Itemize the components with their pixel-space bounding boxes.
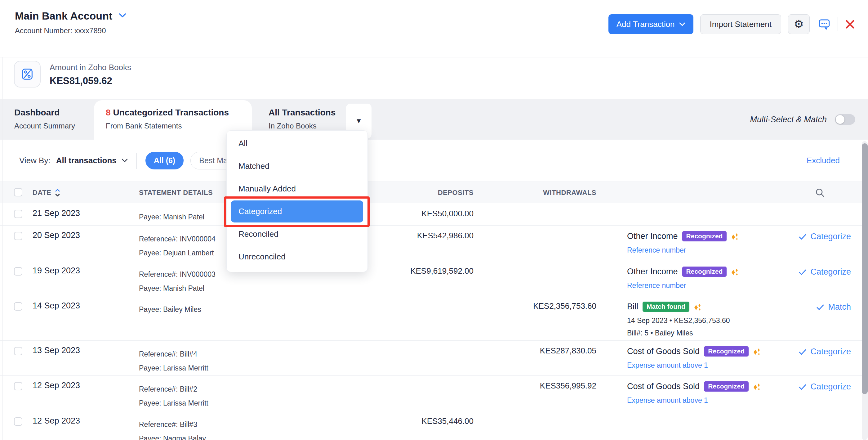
column-header-statement-details: STATEMENT DETAILS bbox=[139, 182, 213, 204]
row-category-title: Other Income bbox=[627, 232, 678, 241]
tab-dashboard-title: Dashboard bbox=[14, 108, 75, 118]
view-by-label: View By: bbox=[19, 156, 51, 166]
row-statement-details: Payee: Manish Patel bbox=[139, 210, 204, 224]
row-status: Bill Match found 14 Sep 2023 • KES2,356,… bbox=[627, 300, 807, 339]
tab-all-transactions[interactable]: All Transactions In Zoho Books bbox=[269, 108, 336, 130]
dropdown-item-label: Matched bbox=[239, 162, 270, 171]
row-checkbox[interactable] bbox=[14, 210, 22, 218]
row-status: Cost of Goods Sold Recognized Expense am… bbox=[627, 345, 807, 372]
dropdown-item[interactable]: Unreconciled bbox=[227, 245, 368, 268]
row-date: 20 Sep 2023 bbox=[33, 231, 80, 240]
row-checkbox[interactable] bbox=[14, 267, 22, 275]
row-date: 21 Sep 2023 bbox=[33, 208, 80, 218]
status-sublines: Reference number bbox=[627, 244, 807, 256]
page-title: Main Bank Account bbox=[15, 10, 112, 22]
check-icon bbox=[799, 269, 807, 275]
status-link[interactable]: Reference number bbox=[627, 279, 807, 292]
tab-uncategorized-title: 8Uncategorized Transactions bbox=[106, 108, 252, 118]
status-badge: Recognized bbox=[704, 381, 749, 391]
row-withdrawal-amount: KES287,830.05 bbox=[471, 346, 596, 356]
account-number: Account Number: xxxx7890 bbox=[15, 26, 126, 35]
row-deposit-amount: KES9,619,592.00 bbox=[356, 266, 473, 276]
table-row[interactable]: 19 Sep 2023 Reference#: INV000003Payee: … bbox=[0, 261, 868, 296]
feedback-chat-icon[interactable] bbox=[818, 18, 831, 31]
status-link[interactable]: Expense amount above 1 bbox=[627, 359, 807, 372]
status-link[interactable]: Reference number bbox=[627, 244, 807, 256]
filter-pill-all[interactable]: All (6) bbox=[146, 152, 184, 169]
status-sublines: Expense amount above 1 bbox=[627, 359, 807, 372]
row-statement-details: Payee: Bailey Miles bbox=[139, 302, 201, 317]
row-category-title: Other Income bbox=[627, 267, 678, 276]
tab-all-subtitle: In Zoho Books bbox=[269, 122, 336, 130]
row-date: 19 Sep 2023 bbox=[33, 266, 80, 275]
row-action-link[interactable]: Categorize bbox=[799, 267, 851, 277]
chevron-down-icon[interactable] bbox=[119, 13, 126, 19]
row-date: 14 Sep 2023 bbox=[33, 301, 80, 311]
row-action-link[interactable]: Categorize bbox=[799, 347, 851, 356]
column-header-deposits: DEPOSITS bbox=[356, 182, 473, 204]
add-transaction-label: Add Transaction bbox=[617, 20, 675, 29]
chevron-down-icon[interactable] bbox=[122, 158, 128, 163]
table-row[interactable]: 14 Sep 2023 Payee: Bailey Miles KES2,356… bbox=[0, 296, 868, 341]
row-action-link[interactable]: Categorize bbox=[799, 232, 851, 241]
dropdown-item[interactable]: Categorized bbox=[231, 201, 363, 223]
row-statement-details: Reference#: Bill#2Payee: Larissa Merritt bbox=[139, 382, 208, 410]
table-row[interactable]: 12 Sep 2023 Reference#: Bill#2Payee: Lar… bbox=[0, 376, 868, 411]
row-checkbox[interactable] bbox=[14, 382, 22, 390]
gear-icon: ⚙ bbox=[794, 18, 804, 31]
scrollbar-thumb[interactable] bbox=[862, 143, 868, 394]
account-title-block[interactable]: Main Bank Account Account Number: xxxx78… bbox=[15, 10, 126, 35]
row-checkbox[interactable] bbox=[14, 232, 22, 240]
row-checkbox[interactable] bbox=[14, 347, 22, 355]
column-header-date[interactable]: DATE bbox=[33, 182, 60, 204]
status-sublines: 14 Sep 2023 • KES2,356,753.60Bill#: 5 • … bbox=[627, 314, 807, 339]
import-statement-button[interactable]: Import Statement bbox=[700, 14, 781, 34]
window-edge bbox=[2, 0, 3, 440]
check-icon bbox=[799, 233, 807, 240]
dropdown-item[interactable]: All bbox=[227, 132, 368, 155]
row-statement-details: Reference#: Bill#3Payee: Nagma Balay bbox=[139, 418, 206, 440]
row-action-link[interactable]: Categorize bbox=[799, 382, 851, 391]
row-category-title: Cost of Goods Sold bbox=[627, 347, 700, 356]
ai-sparkle-icon bbox=[730, 267, 739, 276]
action-label: Match bbox=[828, 302, 851, 312]
row-category-title: Bill bbox=[627, 302, 638, 312]
status-text: 14 Sep 2023 • KES2,356,753.60 bbox=[627, 314, 807, 327]
import-statement-label: Import Statement bbox=[710, 20, 772, 29]
table-row[interactable]: 13 Sep 2023 Reference#: Bill#4Payee: Lar… bbox=[0, 341, 868, 376]
row-action-link[interactable]: Match bbox=[816, 302, 851, 312]
row-status: Cost of Goods Sold Recognized Expense am… bbox=[627, 380, 807, 407]
dropdown-item-label: All bbox=[239, 139, 247, 148]
table-header: DATE STATEMENT DETAILS DEPOSITS WITHDRAW… bbox=[0, 181, 868, 203]
settings-button[interactable]: ⚙ bbox=[788, 14, 810, 34]
dropdown-triangle-icon: ▼ bbox=[355, 117, 362, 125]
table-row[interactable]: 12 Sep 2023 Reference#: Bill#3Payee: Nag… bbox=[0, 411, 868, 440]
table-row[interactable]: 20 Sep 2023 Reference#: INV000004Payee: … bbox=[0, 226, 868, 261]
row-deposit-amount: KES35,446.00 bbox=[356, 416, 473, 426]
tab-dashboard[interactable]: Dashboard Account Summary bbox=[14, 108, 75, 130]
status-badge: Recognized bbox=[704, 346, 749, 356]
select-all-checkbox[interactable] bbox=[14, 188, 22, 197]
ai-sparkle-icon bbox=[730, 232, 739, 241]
row-date: 12 Sep 2023 bbox=[33, 416, 80, 426]
close-icon[interactable] bbox=[845, 19, 855, 29]
view-by-value[interactable]: All transactions bbox=[56, 156, 117, 166]
row-checkbox[interactable] bbox=[14, 417, 22, 426]
row-status: Other Income Recognized Reference number bbox=[627, 230, 807, 256]
status-link[interactable]: Expense amount above 1 bbox=[627, 394, 807, 407]
status-badge: Match found bbox=[643, 302, 689, 312]
sort-icon[interactable] bbox=[55, 188, 60, 197]
uncategorized-count: 8 bbox=[106, 108, 111, 117]
dropdown-item[interactable]: Matched bbox=[227, 155, 368, 177]
excluded-link[interactable]: Excluded bbox=[807, 156, 840, 166]
table-row[interactable]: 21 Sep 2023 Payee: Manish Patel KES50,00… bbox=[0, 204, 868, 226]
filter-dropdown-list: All Matched Manually Added Categorized R… bbox=[227, 132, 368, 268]
add-transaction-button[interactable]: Add Transaction bbox=[609, 14, 693, 34]
header-actions: Add Transaction Import Statement ⚙ bbox=[609, 14, 855, 34]
search-icon[interactable] bbox=[814, 187, 826, 200]
dropdown-item[interactable]: Manually Added bbox=[227, 177, 368, 200]
multi-select-toggle[interactable] bbox=[835, 114, 855, 125]
divider bbox=[838, 17, 838, 31]
dropdown-item[interactable]: Reconciled bbox=[227, 223, 368, 245]
row-checkbox[interactable] bbox=[14, 302, 22, 311]
